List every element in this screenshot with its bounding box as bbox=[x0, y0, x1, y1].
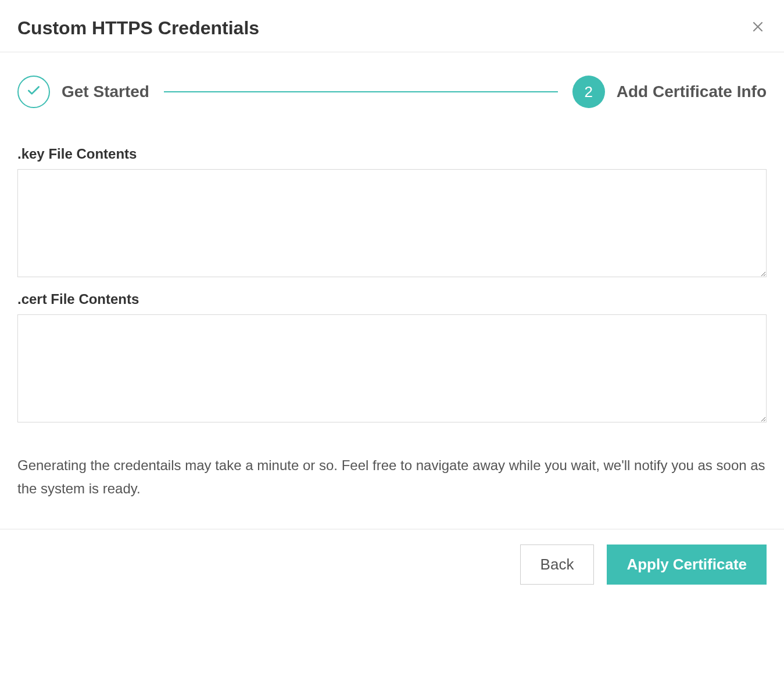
step-1-label: Get Started bbox=[62, 83, 149, 101]
step-2-circle: 2 bbox=[572, 76, 605, 108]
stepper: Get Started 2 Add Certificate Info bbox=[17, 76, 767, 108]
close-button[interactable] bbox=[749, 20, 767, 37]
cert-file-label: .cert File Contents bbox=[17, 291, 767, 307]
custom-https-credentials-modal: Custom HTTPS Credentials Ge bbox=[0, 0, 784, 602]
cert-file-group: .cert File Contents bbox=[17, 291, 767, 425]
step-1-circle bbox=[17, 76, 50, 108]
info-text: Generating the credentails may take a mi… bbox=[17, 454, 767, 500]
apply-certificate-button[interactable]: Apply Certificate bbox=[607, 545, 767, 585]
key-file-textarea[interactable] bbox=[17, 169, 767, 277]
key-file-label: .key File Contents bbox=[17, 146, 767, 162]
close-icon bbox=[751, 20, 765, 37]
modal-header: Custom HTTPS Credentials bbox=[0, 0, 784, 52]
cert-file-textarea[interactable] bbox=[17, 314, 767, 422]
back-button[interactable]: Back bbox=[520, 545, 595, 585]
key-file-group: .key File Contents bbox=[17, 146, 767, 280]
step-2-label: Add Certificate Info bbox=[617, 83, 767, 101]
checkmark-icon bbox=[26, 83, 41, 101]
step-get-started: Get Started bbox=[17, 76, 149, 108]
step-connector bbox=[164, 91, 558, 92]
modal-footer: Back Apply Certificate bbox=[0, 529, 784, 602]
step-add-certificate-info: 2 Add Certificate Info bbox=[572, 76, 767, 108]
modal-title: Custom HTTPS Credentials bbox=[17, 17, 259, 39]
step-2-number: 2 bbox=[585, 83, 593, 101]
modal-body: Get Started 2 Add Certificate Info .key … bbox=[0, 52, 784, 529]
